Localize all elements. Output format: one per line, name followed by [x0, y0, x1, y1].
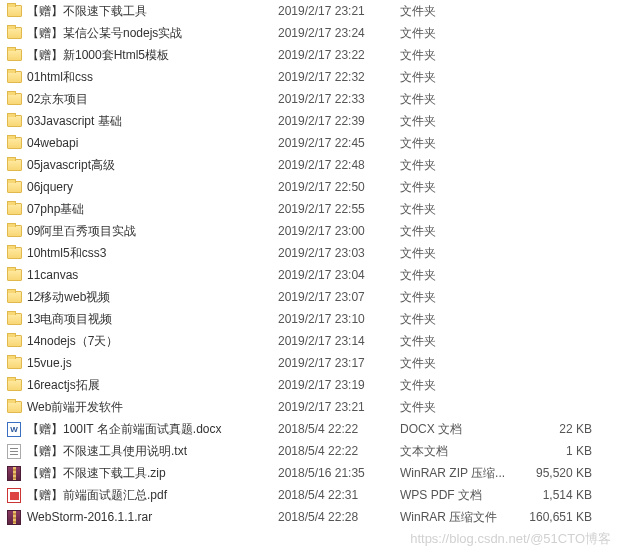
file-date: 2019/2/17 23:22	[278, 48, 400, 62]
file-type: 文件夹	[400, 157, 520, 174]
file-row[interactable]: 【赠】不限速下载工具2019/2/17 23:21文件夹	[0, 0, 621, 22]
file-name-cell: 12移动web视频	[6, 289, 278, 306]
folder-icon	[6, 201, 22, 217]
folder-icon	[6, 399, 22, 415]
file-type: 文件夹	[400, 333, 520, 350]
file-row[interactable]: 09阿里百秀项目实战2019/2/17 23:00文件夹	[0, 220, 621, 242]
file-type: WPS PDF 文档	[400, 487, 520, 504]
file-row[interactable]: 04webapi2019/2/17 22:45文件夹	[0, 132, 621, 154]
file-row[interactable]: 【赠】某信公某号nodejs实战2019/2/17 23:24文件夹	[0, 22, 621, 44]
file-size: 1 KB	[520, 444, 600, 458]
file-name: 09阿里百秀项目实战	[27, 223, 136, 240]
folder-icon	[6, 91, 22, 107]
file-row[interactable]: 03Javascript 基础2019/2/17 22:39文件夹	[0, 110, 621, 132]
file-name: 【赠】100IT 名企前端面试真题.docx	[27, 421, 221, 438]
file-date: 2018/5/4 22:31	[278, 488, 400, 502]
file-date: 2019/2/17 23:19	[278, 378, 400, 392]
file-date: 2019/2/17 23:10	[278, 312, 400, 326]
file-row[interactable]: W【赠】100IT 名企前端面试真题.docx2018/5/4 22:22DOC…	[0, 418, 621, 440]
folder-icon	[6, 47, 22, 63]
folder-icon	[6, 355, 22, 371]
file-name: 【赠】某信公某号nodejs实战	[27, 25, 182, 42]
file-type: 文本文档	[400, 443, 520, 460]
file-row[interactable]: 【赠】前端面试题汇总.pdf2018/5/4 22:31WPS PDF 文档1,…	[0, 484, 621, 506]
file-row[interactable]: 13电商项目视频2019/2/17 23:10文件夹	[0, 308, 621, 330]
file-row[interactable]: 06jquery2019/2/17 22:50文件夹	[0, 176, 621, 198]
file-row[interactable]: 【赠】不限速工具使用说明.txt2018/5/4 22:22文本文档1 KB	[0, 440, 621, 462]
file-name-cell: Web前端开发软件	[6, 399, 278, 416]
file-row[interactable]: 14nodejs（7天）2019/2/17 23:14文件夹	[0, 330, 621, 352]
file-type: 文件夹	[400, 245, 520, 262]
file-date: 2019/2/17 22:32	[278, 70, 400, 84]
file-name-cell: 【赠】不限速工具使用说明.txt	[6, 443, 278, 460]
file-name-cell: 【赠】不限速下载工具.zip	[6, 465, 278, 482]
file-list: 【赠】不限速下载工具2019/2/17 23:21文件夹【赠】某信公某号node…	[0, 0, 621, 528]
folder-icon	[6, 311, 22, 327]
file-date: 2019/2/17 23:24	[278, 26, 400, 40]
file-date: 2019/2/17 23:17	[278, 356, 400, 370]
pdf-icon	[6, 487, 22, 503]
file-name: 16reactjs拓展	[27, 377, 100, 394]
file-name-cell: 【赠】前端面试题汇总.pdf	[6, 487, 278, 504]
file-row[interactable]: 12移动web视频2019/2/17 23:07文件夹	[0, 286, 621, 308]
folder-icon	[6, 289, 22, 305]
file-row[interactable]: 07php基础2019/2/17 22:55文件夹	[0, 198, 621, 220]
file-row[interactable]: 11canvas2019/2/17 23:04文件夹	[0, 264, 621, 286]
file-date: 2019/2/17 22:55	[278, 202, 400, 216]
file-name-cell: 10html5和css3	[6, 245, 278, 262]
file-type: 文件夹	[400, 113, 520, 130]
file-type: 文件夹	[400, 179, 520, 196]
file-row[interactable]: 10html5和css32019/2/17 23:03文件夹	[0, 242, 621, 264]
file-type: 文件夹	[400, 25, 520, 42]
file-name-cell: 09阿里百秀项目实战	[6, 223, 278, 240]
file-name-cell: 16reactjs拓展	[6, 377, 278, 394]
file-type: 文件夹	[400, 201, 520, 218]
file-type: 文件夹	[400, 47, 520, 64]
file-name-cell: 【赠】某信公某号nodejs实战	[6, 25, 278, 42]
file-name: 05javascript高级	[27, 157, 115, 174]
file-row[interactable]: Web前端开发软件2019/2/17 23:21文件夹	[0, 396, 621, 418]
file-date: 2019/2/17 23:03	[278, 246, 400, 260]
file-row[interactable]: 【赠】新1000套Html5模板2019/2/17 23:22文件夹	[0, 44, 621, 66]
file-size: 1,514 KB	[520, 488, 600, 502]
file-name: WebStorm-2016.1.1.rar	[27, 510, 152, 524]
file-name: 01html和css	[27, 69, 93, 86]
file-date: 2018/5/16 21:35	[278, 466, 400, 480]
file-date: 2019/2/17 22:33	[278, 92, 400, 106]
file-name: 06jquery	[27, 180, 73, 194]
file-date: 2019/2/17 22:48	[278, 158, 400, 172]
file-type: 文件夹	[400, 289, 520, 306]
file-name: 13电商项目视频	[27, 311, 112, 328]
file-row[interactable]: WebStorm-2016.1.1.rar2018/5/4 22:28WinRA…	[0, 506, 621, 528]
folder-icon	[6, 223, 22, 239]
file-row[interactable]: 【赠】不限速下载工具.zip2018/5/16 21:35WinRAR ZIP …	[0, 462, 621, 484]
file-name-cell: 15vue.js	[6, 355, 278, 371]
file-name-cell: 05javascript高级	[6, 157, 278, 174]
file-type: 文件夹	[400, 267, 520, 284]
file-name: 14nodejs（7天）	[27, 333, 118, 350]
file-name-cell: 04webapi	[6, 135, 278, 151]
file-row[interactable]: 15vue.js2019/2/17 23:17文件夹	[0, 352, 621, 374]
file-date: 2019/2/17 23:21	[278, 4, 400, 18]
file-date: 2019/2/17 22:39	[278, 114, 400, 128]
file-type: 文件夹	[400, 223, 520, 240]
file-name: 15vue.js	[27, 356, 72, 370]
file-name: 【赠】不限速工具使用说明.txt	[27, 443, 187, 460]
file-name-cell: 03Javascript 基础	[6, 113, 278, 130]
file-date: 2019/2/17 23:00	[278, 224, 400, 238]
file-row[interactable]: 05javascript高级2019/2/17 22:48文件夹	[0, 154, 621, 176]
file-row[interactable]: 16reactjs拓展2019/2/17 23:19文件夹	[0, 374, 621, 396]
file-row[interactable]: 01html和css2019/2/17 22:32文件夹	[0, 66, 621, 88]
file-name-cell: 07php基础	[6, 201, 278, 218]
file-row[interactable]: 02京东项目2019/2/17 22:33文件夹	[0, 88, 621, 110]
file-date: 2019/2/17 23:04	[278, 268, 400, 282]
file-date: 2019/2/17 22:50	[278, 180, 400, 194]
file-name-cell: 14nodejs（7天）	[6, 333, 278, 350]
file-name: 10html5和css3	[27, 245, 106, 262]
file-name-cell: 06jquery	[6, 179, 278, 195]
folder-icon	[6, 113, 22, 129]
file-name-cell: 11canvas	[6, 267, 278, 283]
rar-icon	[6, 465, 22, 481]
file-type: 文件夹	[400, 399, 520, 416]
file-name-cell: 【赠】不限速下载工具	[6, 3, 278, 20]
